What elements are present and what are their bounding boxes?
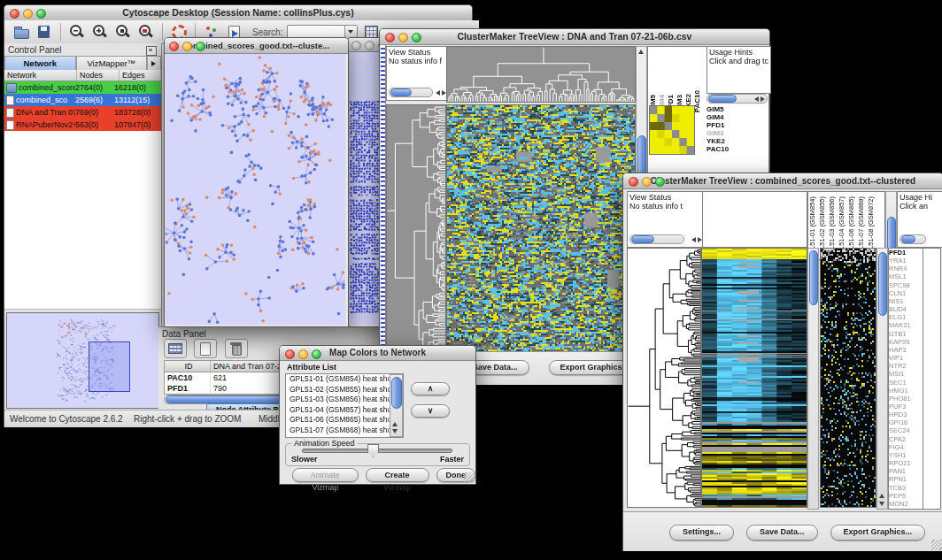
window-controls[interactable] (169, 42, 205, 51)
open-folder-icon[interactable] (12, 23, 31, 41)
correlation-matrix[interactable] (649, 105, 695, 155)
window-controls[interactable] (385, 33, 421, 42)
scroll-right-icon[interactable] (761, 96, 765, 102)
dialog-titlebar[interactable]: Map Colors to Network (280, 346, 475, 361)
hscroll-thumb[interactable] (390, 88, 412, 96)
zoom-window-icon[interactable] (36, 9, 46, 19)
network-row[interactable]: combined_sco 2569(6) 13112(15) (4, 94, 161, 106)
network-row[interactable]: combined_scores 2764(0) 16218(0) (4, 81, 161, 94)
gene-label[interactable]: PAN1 (889, 467, 923, 475)
hscroll-thumb[interactable] (901, 235, 915, 243)
gene-label[interactable]: YRA1 (889, 257, 923, 265)
close-icon[interactable] (351, 41, 361, 50)
zoom-in-icon[interactable] (90, 23, 110, 41)
gene-label[interactable]: RPO21 (889, 459, 923, 467)
heatmap-main[interactable] (446, 104, 636, 352)
attribute-list-item[interactable]: GPL51-03 (GSM856) heat shock 15 min (288, 395, 403, 405)
new-attribute-icon[interactable] (194, 339, 217, 358)
gene-label[interactable]: HMG1 (889, 387, 923, 395)
gene-label[interactable]: VIP1 (889, 354, 923, 362)
scroll-up-icon[interactable] (879, 494, 884, 498)
close-icon[interactable] (285, 349, 295, 359)
zoom-window-icon[interactable] (655, 177, 665, 187)
zoom-window-icon[interactable] (412, 33, 421, 42)
zoom-out-icon[interactable] (67, 23, 87, 41)
heatmap-vscrollbar[interactable] (807, 248, 819, 510)
attribute-list-item[interactable]: GPL51-06 (GSM865) heat shock 40 min (288, 415, 403, 426)
gene-label[interactable]: HAP3 (889, 346, 923, 354)
attribute-list-item[interactable]: GPL51-04 (GSM857) heat shock 20 min (288, 405, 403, 416)
matrix-row-label[interactable]: GIM3 (706, 129, 746, 137)
dialog-button[interactable]: Create Vizmap (366, 468, 429, 482)
main-titlebar[interactable]: Cytoscape Desktop (Session Name: collins… (4, 5, 472, 21)
gene-label[interactable]: CLN1 (889, 289, 923, 297)
hscroll-thumb[interactable] (631, 235, 654, 243)
gene-label[interactable]: FIG4 (889, 443, 923, 451)
save-icon[interactable] (35, 23, 54, 41)
network-list-header[interactable]: Network Nodes Edges (4, 70, 161, 81)
slider-thumb[interactable] (367, 444, 379, 457)
gene-label[interactable]: RNR4 (889, 265, 923, 272)
dialog-button[interactable]: Animate Vizmap (292, 468, 359, 482)
gene-label[interactable]: GTB1 (889, 330, 923, 338)
gene-label[interactable]: NIS1 (889, 297, 923, 305)
gene-label[interactable]: MSI1 (889, 370, 923, 378)
tab-overflow-arrow-icon[interactable] (147, 56, 161, 70)
attribute-select-icon[interactable] (164, 339, 187, 358)
scroll-left-icon[interactable] (436, 90, 440, 96)
usage-hscrollbar[interactable] (900, 234, 926, 244)
heatmap-main[interactable] (701, 248, 807, 508)
gene-label[interactable]: GPI16 (889, 418, 923, 426)
move-down-button[interactable]: ∨ (411, 404, 450, 418)
view-status-hscrollbar[interactable] (389, 88, 433, 97)
network-row[interactable]: RNAPuberNov2+ 563(0) 107847(0) (4, 119, 161, 131)
scroll-down-icon[interactable] (879, 502, 884, 506)
treeview2-button[interactable]: Settings... (669, 525, 734, 541)
zoom-window-icon[interactable] (196, 42, 205, 51)
scroll-down-icon[interactable] (392, 429, 398, 433)
gene-label[interactable]: TCB3 (889, 484, 923, 492)
resize-grip[interactable] (931, 540, 942, 550)
view-status-hscrollbar[interactable] (629, 234, 684, 244)
gene-label[interactable]: PFD1 (889, 249, 923, 257)
gene-label[interactable]: MON2 (889, 500, 923, 508)
minimize-icon[interactable] (398, 33, 408, 42)
minimize-icon[interactable] (182, 42, 192, 51)
gene-label[interactable]: YSH1 (889, 451, 923, 459)
vscroll-thumb[interactable] (809, 250, 818, 305)
matrix-row-label[interactable]: YKE2 (706, 137, 746, 145)
gene-label[interactable]: PUF3 (889, 403, 923, 410)
gene-label[interactable]: ELG1 (889, 313, 923, 321)
scroll-left-icon[interactable] (754, 96, 759, 102)
attribute-list-item[interactable]: GPL51-07 (GSM868) heat shock 60 min (288, 426, 403, 436)
window-controls[interactable] (10, 9, 46, 19)
close-icon[interactable] (10, 9, 19, 19)
column-dendrogram[interactable] (446, 46, 636, 103)
treeview2-button[interactable]: Save Data... (746, 525, 818, 541)
tab-vizmapper[interactable]: VizMapper™ (76, 56, 148, 70)
delete-attribute-icon[interactable] (225, 339, 248, 358)
gene-label[interactable]: MSL1 (889, 272, 923, 280)
vscroll-thumb[interactable] (391, 377, 402, 409)
network-view-titlebar[interactable]: combined_scores_good.txt--cluste... (165, 38, 348, 54)
zoom-fit-icon[interactable] (136, 23, 156, 41)
gene-label[interactable]: PEP5 (889, 492, 923, 500)
window-controls[interactable] (285, 349, 321, 359)
gene-label[interactable]: PHO81 (889, 395, 923, 403)
minimize-icon[interactable] (365, 41, 374, 50)
scroll-left-icon[interactable] (691, 237, 696, 242)
matrix-row-label[interactable]: GIM5 (706, 105, 746, 113)
treeview1-titlebar[interactable]: ClusterMaker TreeView : DNA and Tran 07-… (380, 29, 769, 45)
matrix-row-label[interactable]: PFD1 (706, 121, 746, 129)
gene-label[interactable]: SEC24 (889, 426, 923, 434)
treeview2-button[interactable]: Export Graphics... (830, 525, 926, 541)
row-dendrogram[interactable] (627, 248, 701, 508)
gene-label[interactable]: MAK31 (889, 321, 923, 329)
float-panel-icon[interactable] (146, 46, 157, 56)
treeview2-titlebar[interactable]: ClusterMaker TreeView : combined_scores_… (623, 173, 942, 189)
zoom-window-icon[interactable] (312, 349, 321, 359)
heatmap-secondary[interactable] (820, 248, 876, 508)
row-dendrogram[interactable] (386, 104, 446, 352)
matrix-row-label[interactable]: PAC10 (706, 145, 746, 153)
close-icon[interactable] (169, 42, 179, 51)
